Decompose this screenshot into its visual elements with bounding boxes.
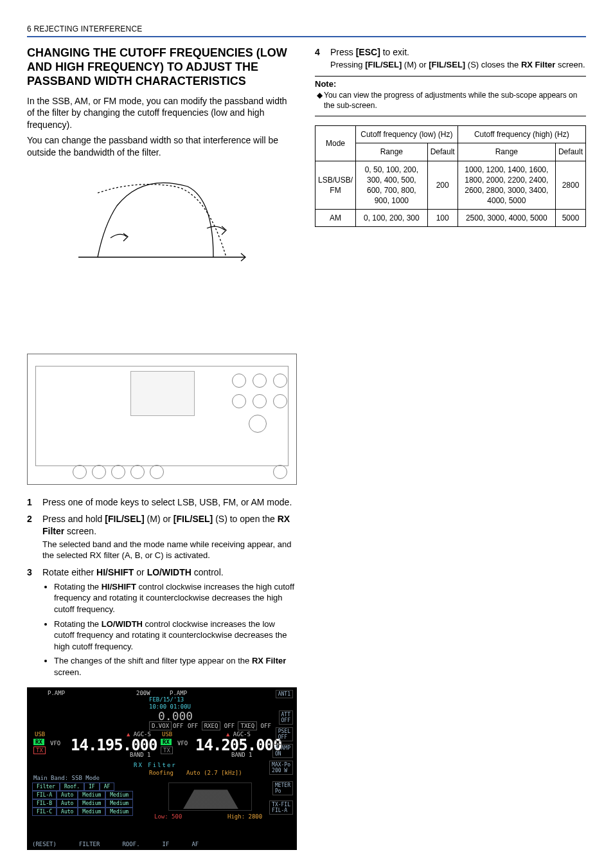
intro-paragraph-1: In the SSB, AM, or FM mode, you can modi… bbox=[27, 95, 297, 131]
intro-paragraph-2: You can change the passband width so tha… bbox=[27, 134, 297, 158]
step-1-text: Press one of mode keys to select LSB, US… bbox=[42, 496, 297, 509]
note-label: Note: bbox=[315, 79, 586, 89]
transceiver-diagram bbox=[27, 354, 297, 484]
step-2-head: Press and hold [FIL/SEL] (M) or [FIL/SEL… bbox=[42, 514, 290, 536]
chapter-header: 6 REJECTING INTERFERENCE bbox=[27, 24, 586, 37]
step-4-text: Press [ESC] to exit. Pressing [FIL/SEL] … bbox=[330, 46, 586, 71]
cutoff-frequency-table: Mode Cutoff frequency (low) (Hz) Cutoff … bbox=[315, 125, 586, 227]
table-row: LSB/USB/ FM 0, 50, 100, 200, 300, 400, 5… bbox=[315, 161, 586, 210]
lcd-screenshot: P.AMP P.AMP FEB/15/'13 10:00 01:00U 0.00… bbox=[27, 687, 297, 850]
step-number: 1 bbox=[27, 496, 42, 509]
step-3-bullet: Rotating the HI/SHIFT control clockwise … bbox=[54, 581, 297, 615]
step-number: 2 bbox=[27, 513, 42, 561]
step-2-sub: The selected band and the mode name whil… bbox=[42, 539, 297, 561]
passband-diagram bbox=[59, 167, 265, 296]
step-3-bullet: Rotating the LO/WIDTH control clockwise … bbox=[54, 619, 297, 653]
table-row: AM 0, 100, 200, 300 100 2500, 3000, 4000… bbox=[315, 210, 586, 227]
step-3-head: Rotate either HI/SHIFT or LO/WIDTH contr… bbox=[42, 567, 224, 577]
step-3-bullet: The changes of the shift and filter type… bbox=[54, 655, 297, 678]
step-number: 3 bbox=[27, 566, 42, 681]
note-text: ◆ You can view the progress of adjustmen… bbox=[315, 90, 586, 111]
section-title: CHANGING THE CUTOFF FREQUENCIES (LOW AND… bbox=[27, 46, 297, 89]
step-number: 4 bbox=[315, 46, 330, 71]
